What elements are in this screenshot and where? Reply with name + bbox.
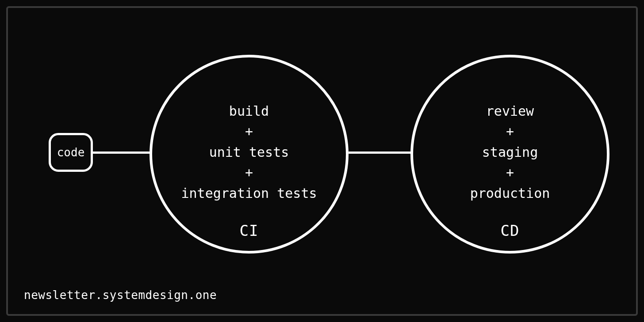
connector-ci-to-cd: [349, 152, 413, 154]
ci-line-0: build: [229, 101, 269, 122]
ci-line-2: unit tests: [209, 142, 289, 163]
code-node-label: code: [57, 146, 85, 159]
cd-line-3: +: [506, 163, 514, 183]
code-node: code: [49, 133, 93, 172]
attribution-text: newsletter.systemdesign.one: [24, 288, 217, 302]
cd-node-content: review + staging + production: [470, 101, 550, 204]
ci-node-content: build + unit tests + integration tests: [181, 101, 317, 204]
ci-line-1: +: [245, 121, 253, 142]
ci-line-4: integration tests: [181, 183, 317, 204]
cd-line-4: production: [470, 183, 550, 204]
connector-code-to-ci: [88, 152, 152, 154]
ci-node: build + unit tests + integration tests C…: [150, 55, 349, 254]
cd-node-label: CD: [501, 222, 520, 239]
cd-line-0: review: [486, 101, 534, 122]
cd-node: review + staging + production CD: [410, 55, 610, 254]
cd-line-2: staging: [482, 142, 538, 163]
diagram-frame: code build + unit tests + integration te…: [6, 6, 638, 316]
diagram-area: code build + unit tests + integration te…: [8, 8, 636, 314]
cd-line-1: +: [506, 121, 514, 142]
ci-node-label: CI: [240, 222, 259, 239]
ci-line-3: +: [245, 163, 253, 183]
